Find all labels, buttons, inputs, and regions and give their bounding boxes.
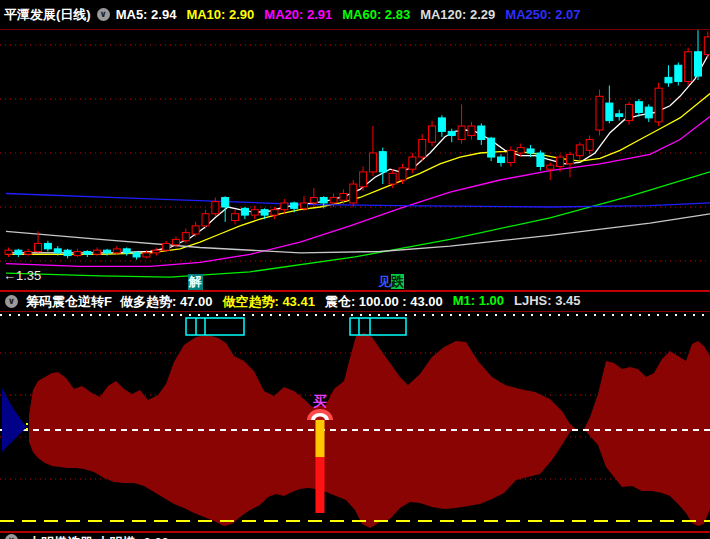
- jie-signal-label: 解: [188, 274, 203, 290]
- ma-legend: MA5: 2.94MA10: 2.90MA20: 2.91MA60: 2.83M…: [116, 7, 581, 22]
- ma-legend-item-2: MA20: 2.91: [264, 7, 332, 22]
- jian-char: 见: [378, 274, 391, 289]
- indicator-field-2: 震仓: 100.00 : 43.00: [325, 293, 443, 311]
- candlestick-chart[interactable]: [0, 30, 710, 290]
- ma-legend-item-0: MA5: 2.94: [116, 7, 177, 22]
- ma-line-MA20: [6, 117, 710, 267]
- die-char: 跌: [391, 274, 404, 289]
- oscillator-panel[interactable]: 买: [0, 312, 710, 531]
- ma-line-MA60: [6, 172, 710, 277]
- buy-label: 买: [313, 393, 327, 409]
- blue-signal-triangle-icon: [2, 388, 27, 452]
- bottom-indicator-bar: ∨ 上明横选股 上明横: 0.00: [0, 533, 710, 539]
- collapse-chevron-icon[interactable]: ∨: [97, 8, 110, 21]
- ma-line-MA120: [6, 214, 710, 253]
- ma-legend-item-1: MA10: 2.90: [186, 7, 254, 22]
- moving-average-lines: [6, 52, 710, 278]
- title-bar: 平潭发展(日线) ∨ MA5: 2.94MA10: 2.90MA20: 2.91…: [0, 0, 710, 29]
- indicator-field-0: 做多趋势: 47.00: [120, 293, 212, 311]
- bottom-collapse-chevron-icon[interactable]: ∨: [5, 534, 18, 539]
- indicator-field-1: 做空趋势: 43.41: [222, 293, 314, 311]
- ma-legend-item-5: MA250: 2.07: [505, 7, 580, 22]
- cyan-marker-boxes: [186, 318, 406, 335]
- indicator-field-4: LJHS: 3.45: [514, 293, 580, 311]
- indicator-header-bar: ∨ 筹码震仓逆转F 做多趋势: 47.00做空趋势: 43.41震仓: 100.…: [0, 292, 710, 311]
- candlestick-panel[interactable]: ←1.35 解 见跌: [0, 30, 710, 290]
- indicator-values: 做多趋势: 47.00做空趋势: 43.41震仓: 100.00 : 43.00…: [120, 293, 581, 311]
- triangle-tip-dot: [26, 428, 28, 430]
- oscillator-chart[interactable]: 买: [0, 312, 710, 531]
- ma-legend-item-4: MA120: 2.29: [420, 7, 495, 22]
- bottom-indicator-text: 上明横选股 上明横: 0.00: [28, 534, 169, 539]
- jiandie-signal-label: 见跌: [378, 274, 404, 290]
- ma-line-MA250: [6, 194, 710, 208]
- symbol-title: 平潭发展(日线): [4, 6, 91, 24]
- indicator-collapse-chevron-icon[interactable]: ∨: [5, 295, 18, 308]
- ma-legend-item-3: MA60: 2.83: [342, 7, 410, 22]
- price-low-tag: ←1.35: [3, 268, 41, 283]
- indicator-name: 筹码震仓逆转F: [26, 293, 112, 311]
- trading-app-window: 平潭发展(日线) ∨ MA5: 2.94MA10: 2.90MA20: 2.91…: [0, 0, 710, 539]
- ma-line-MA10: [6, 94, 710, 255]
- indicator-field-3: M1: 1.00: [453, 293, 504, 311]
- triangle-tip-dot: [26, 423, 28, 425]
- candlesticks: [5, 30, 710, 260]
